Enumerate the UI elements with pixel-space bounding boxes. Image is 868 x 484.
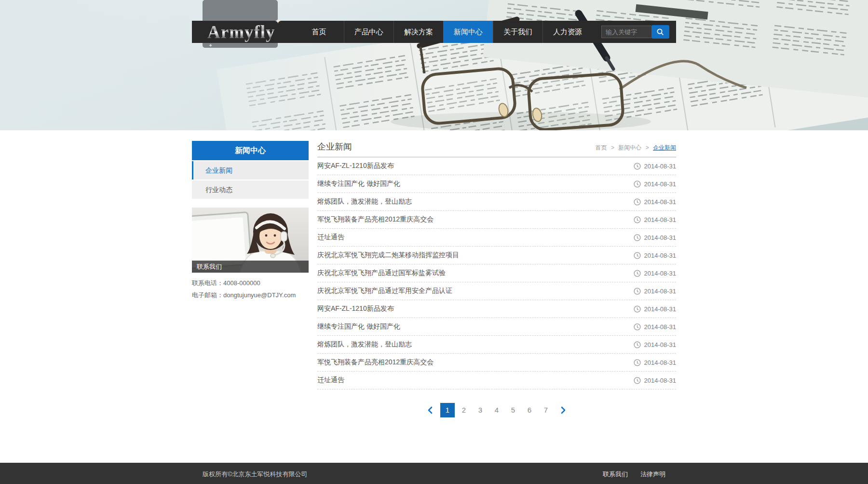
contact-phone: 联系电话：4008-000000 — [192, 279, 309, 288]
news-item-title[interactable]: 继续专注国产化 做好国产化 — [317, 322, 624, 331]
news-item-title[interactable]: 熔炼团队，激发潜能，登山励志 — [317, 340, 624, 349]
clock-icon — [634, 288, 641, 295]
nav-item-news[interactable]: 新闻中心 — [443, 21, 493, 43]
chevron-left-icon — [427, 406, 434, 415]
news-item-title[interactable]: 庆祝北京军悦飞翔完成二炮某移动指挥监控项目 — [317, 251, 624, 260]
footer: 版权所有©北京东土军悦科技有限公司 联系我们 法律声明 — [0, 463, 868, 484]
news-item-date: 2014-08-31 — [644, 341, 677, 348]
logo-star-icon: ✦ — [208, 42, 213, 49]
news-item-date: 2014-08-31 — [644, 305, 677, 313]
clock-icon — [634, 341, 641, 348]
news-list-item[interactable]: 熔炼团队，激发潜能，登山励志 2014-08-31 — [317, 193, 676, 211]
page-title: 企业新闻 — [317, 141, 352, 152]
breadcrumb-separator: > — [611, 144, 614, 151]
main-menu: 首页 产品中心 解决方案 新闻中心 关于我们 人力资源 — [294, 21, 592, 43]
nav-item-solutions[interactable]: 解决方案 — [393, 21, 443, 43]
breadcrumb-news-center[interactable]: 新闻中心 — [618, 144, 641, 151]
news-item-date: 2014-08-31 — [644, 359, 677, 366]
clock-icon — [634, 377, 641, 384]
news-list: 网安AF-ZL-1210新品发布 2014-08-31 继续专注国产化 做好国产… — [317, 157, 676, 389]
newspaper-glasses-image — [0, 0, 868, 130]
nav-item-about[interactable]: 关于我们 — [493, 21, 542, 43]
pagination: 1 2 3 4 5 6 7 — [317, 403, 676, 417]
news-item-title[interactable]: 军悦飞翔装备产品亮相2012重庆高交会 — [317, 358, 624, 367]
news-list-item[interactable]: 军悦飞翔装备产品亮相2012重庆高交会 2014-08-31 — [317, 354, 676, 372]
main-content: 企业新闻 首页 > 新闻中心 > 企业新闻 网安AF-ZL-1210新品发布 2… — [317, 141, 676, 417]
page-button-3[interactable]: 3 — [473, 403, 488, 417]
logo-star-icon: ✦ — [275, 17, 281, 26]
news-item-title[interactable]: 迁址通告 — [317, 233, 624, 242]
news-list-item[interactable]: 继续专注国产化 做好国产化 2014-08-31 — [317, 318, 676, 336]
news-item-title[interactable]: 网安AF-ZL-1210新品发布 — [317, 304, 624, 313]
news-item-title[interactable]: 庆祝北京军悦飞翔产品通过国军标盐雾试验 — [317, 269, 624, 277]
news-list-item[interactable]: 网安AF-ZL-1210新品发布 2014-08-31 — [317, 300, 676, 318]
news-list-item[interactable]: 继续专注国产化 做好国产化 2014-08-31 — [317, 175, 676, 193]
page-button-7[interactable]: 7 — [539, 403, 553, 417]
news-item-date: 2014-08-31 — [644, 163, 677, 170]
page-button-1[interactable]: 1 — [440, 403, 455, 417]
news-item-title[interactable]: 熔炼团队，激发潜能，登山励志 — [317, 197, 624, 206]
nav-item-home[interactable]: 首页 — [294, 21, 344, 43]
search-input[interactable] — [601, 26, 651, 38]
news-item-date: 2014-08-31 — [644, 323, 677, 331]
breadcrumb: 首页 > 新闻中心 > 企业新闻 — [596, 144, 676, 152]
sidebar-item-company-news[interactable]: 企业新闻 — [192, 161, 309, 180]
nav-item-products[interactable]: 产品中心 — [344, 21, 393, 43]
copyright-text: 版权所有©北京东土军悦科技有限公司 — [203, 470, 308, 479]
page-button-2[interactable]: 2 — [457, 403, 471, 417]
page-button-4[interactable]: 4 — [489, 403, 504, 417]
clock-icon — [634, 163, 641, 170]
clock-icon — [634, 252, 641, 259]
news-list-item[interactable]: 熔炼团队，激发潜能，登山励志 2014-08-31 — [317, 336, 676, 354]
clock-icon — [634, 180, 641, 188]
search-button[interactable] — [651, 25, 669, 39]
contact-card[interactable]: 联系我们 — [192, 207, 309, 273]
breadcrumb-company-news[interactable]: 企业新闻 — [653, 144, 676, 151]
news-item-title[interactable]: 迁址通告 — [317, 376, 624, 385]
clock-icon — [634, 323, 641, 331]
contact-caption: 联系我们 — [192, 261, 309, 273]
news-item-date: 2014-08-31 — [644, 180, 677, 188]
logo-text: Armyfly — [207, 22, 275, 42]
news-item-title[interactable]: 庆祝北京军悦飞翔产品通过军用安全产品认证 — [317, 287, 624, 295]
news-item-date: 2014-08-31 — [644, 377, 677, 384]
clock-icon — [634, 270, 641, 277]
news-list-item[interactable]: 网安AF-ZL-1210新品发布 2014-08-31 — [317, 157, 676, 175]
clock-icon — [634, 198, 641, 206]
news-item-date: 2014-08-31 — [644, 216, 677, 223]
sidebar: 新闻中心 企业新闻 行业动态 — [192, 141, 309, 303]
page-button-6[interactable]: 6 — [522, 403, 537, 417]
news-item-title[interactable]: 网安AF-ZL-1210新品发布 — [317, 162, 624, 170]
news-list-item[interactable]: 迁址通告 2014-08-31 — [317, 229, 676, 247]
sidebar-title: 新闻中心 — [192, 141, 309, 160]
nav-item-hr[interactable]: 人力资源 — [542, 21, 592, 43]
clock-icon — [634, 216, 641, 223]
page-button-5[interactable]: 5 — [506, 403, 520, 417]
navbar: Armyfly ✦ ✦ 首页 产品中心 解决方案 新闻中心 关于我们 人力资源 — [0, 21, 868, 43]
chevron-right-icon — [560, 406, 567, 415]
sidebar-item-industry-trends[interactable]: 行业动态 — [192, 180, 309, 199]
news-list-item[interactable]: 庆祝北京军悦飞翔产品通过军用安全产品认证 2014-08-31 — [317, 282, 676, 300]
contact-email: 电子邮箱：dongtujunyue@DTJY.com — [192, 291, 309, 300]
news-list-item[interactable]: 迁址通告 2014-08-31 — [317, 372, 676, 389]
next-page-button[interactable] — [558, 403, 568, 417]
main-header: 企业新闻 首页 > 新闻中心 > 企业新闻 — [317, 141, 676, 157]
breadcrumb-home[interactable]: 首页 — [596, 144, 607, 151]
news-item-title[interactable]: 继续专注国产化 做好国产化 — [317, 180, 624, 188]
footer-link-contact[interactable]: 联系我们 — [603, 470, 628, 479]
news-item-date: 2014-08-31 — [644, 270, 677, 277]
news-item-title[interactable]: 军悦飞翔装备产品亮相2012重庆高交会 — [317, 215, 624, 224]
contact-info: 联系电话：4008-000000 电子邮箱：dongtujunyue@DTJY.… — [192, 279, 309, 300]
news-list-item[interactable]: 庆祝北京军悦飞翔完成二炮某移动指挥监控项目 2014-08-31 — [317, 247, 676, 264]
clock-icon — [634, 359, 641, 366]
footer-link-legal[interactable]: 法律声明 — [640, 470, 665, 479]
news-item-date: 2014-08-31 — [644, 252, 677, 259]
breadcrumb-separator: > — [646, 144, 649, 151]
footer-links: 联系我们 法律声明 — [590, 470, 665, 479]
clock-icon — [634, 234, 641, 241]
logo[interactable]: Armyfly ✦ ✦ — [207, 21, 275, 43]
prev-page-button[interactable] — [425, 403, 435, 417]
news-list-item[interactable]: 军悦飞翔装备产品亮相2012重庆高交会 2014-08-31 — [317, 211, 676, 229]
news-list-item[interactable]: 庆祝北京军悦飞翔产品通过国军标盐雾试验 2014-08-31 — [317, 264, 676, 282]
clock-icon — [634, 305, 641, 313]
